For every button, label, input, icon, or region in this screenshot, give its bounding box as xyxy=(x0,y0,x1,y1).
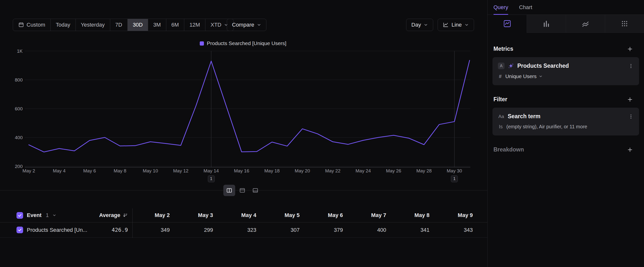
chart-type-button[interactable]: Line xyxy=(438,19,474,31)
row-event-name: Products Searched [Un... xyxy=(27,227,87,233)
table-row[interactable]: Products Searched [Un...426.934929932330… xyxy=(0,222,487,238)
annotation-badge[interactable]: 1 xyxy=(208,175,215,182)
sort-icon[interactable] xyxy=(122,212,128,218)
table-day-header[interactable]: May 5 xyxy=(262,212,306,218)
y-axis-label: 400 xyxy=(15,135,23,140)
split-vertical-view-button[interactable] xyxy=(223,185,235,196)
event-count: 1 xyxy=(46,212,49,218)
chart-type-label: Line xyxy=(452,22,462,28)
filter-menu-icon[interactable] xyxy=(628,114,634,119)
chevron-down-icon[interactable] xyxy=(52,213,56,217)
row-day-value: 400 xyxy=(349,227,392,233)
filter-heading-row: Filter xyxy=(488,96,644,103)
bar-chart-tab[interactable] xyxy=(527,15,566,33)
row-checkbox[interactable] xyxy=(16,227,23,233)
table-day-header[interactable]: May 4 xyxy=(219,212,262,218)
legend-swatch xyxy=(200,41,204,46)
split-horizontal-view-button[interactable] xyxy=(236,185,248,196)
breakdown-heading-row: Breakdown xyxy=(488,146,644,153)
row-average-value: 426.9 xyxy=(112,227,128,233)
filter-property-name[interactable]: Search term xyxy=(508,113,540,120)
granularity-button[interactable]: Day xyxy=(406,19,433,31)
row-day-value: 299 xyxy=(176,227,219,233)
x-axis-label: May 28 xyxy=(416,168,432,173)
filter-type-badge: Aa xyxy=(498,114,504,119)
metric-name[interactable]: Products Searched xyxy=(517,63,569,69)
table-day-header[interactable]: May 7 xyxy=(349,212,392,218)
x-axis-label: May 14 xyxy=(204,168,219,173)
calendar-icon xyxy=(18,22,24,28)
x-axis-label: May 4 xyxy=(53,168,66,173)
tab-query-label: Query xyxy=(494,4,508,11)
add-filter-button[interactable] xyxy=(627,96,633,103)
chart-canvas: 2004006008001KMay 2May 4May 6May 8May 10… xyxy=(14,47,472,185)
line-chart[interactable]: 2004006008001KMay 2May 4May 6May 8May 10… xyxy=(14,47,472,185)
compare-label: Compare xyxy=(232,22,254,28)
metric-card[interactable]: A Products Searched # Unique Users xyxy=(492,57,639,85)
table-header-row: Event 1 Average May 2May 3May 4May 5May … xyxy=(0,208,487,222)
tab-query[interactable]: Query xyxy=(494,0,508,15)
table-day-header[interactable]: May 8 xyxy=(392,212,436,218)
date-range-custom[interactable]: Custom xyxy=(13,19,50,31)
tab-chart-label: Chart xyxy=(519,4,532,11)
x-axis-label: May 12 xyxy=(173,168,188,173)
metrics-heading-row: Metrics xyxy=(488,46,644,52)
metric-tab[interactable] xyxy=(605,15,644,33)
annotation-badge[interactable]: 1 xyxy=(451,175,458,182)
breakdown-heading: Breakdown xyxy=(494,146,524,153)
table-day-header[interactable]: May 2 xyxy=(132,212,176,218)
x-axis-label: May 2 xyxy=(22,168,35,173)
line-chart-tab[interactable] xyxy=(488,15,527,33)
date-range-3m[interactable]: 3M xyxy=(148,19,166,31)
add-breakdown-button[interactable] xyxy=(627,147,633,153)
add-metric-button[interactable] xyxy=(627,46,633,52)
date-range-yesterday[interactable]: Yesterday xyxy=(76,19,110,31)
event-header-cell: Event 1 xyxy=(0,212,94,219)
x-axis-label: May 30 xyxy=(447,168,462,173)
aggregation-label: Unique Users xyxy=(505,73,536,79)
metric-menu-icon[interactable] xyxy=(628,63,634,69)
stacked-chart-tab[interactable] xyxy=(566,15,605,33)
x-axis-label: May 22 xyxy=(325,168,340,173)
aggregation-selector[interactable]: Unique Users xyxy=(505,73,543,79)
event-header-label: Event xyxy=(27,212,42,218)
date-range-12m[interactable]: 12M xyxy=(184,19,205,31)
chart-legend[interactable]: Products Searched [Unique Users] xyxy=(14,40,472,46)
query-sidebar: Query Chart Metrics A Pr xyxy=(487,0,644,267)
date-range-today[interactable]: Today xyxy=(50,19,76,31)
day-header-group: May 2May 3May 4May 5May 6May 7May 8May 9 xyxy=(132,212,479,218)
legend-label: Products Searched [Unique Users] xyxy=(207,40,286,46)
date-range-30d[interactable]: 30D xyxy=(128,19,148,31)
chart-type-tabs xyxy=(488,15,644,33)
x-axis-label: May 18 xyxy=(264,168,280,173)
date-range-6m[interactable]: 6M xyxy=(166,19,184,31)
table-day-header[interactable]: May 9 xyxy=(436,212,479,218)
date-range-7d[interactable]: 7D xyxy=(110,19,128,31)
line-chart-icon xyxy=(443,22,449,28)
full-view-button[interactable] xyxy=(250,185,261,196)
average-header-label: Average xyxy=(99,212,120,218)
tab-chart[interactable]: Chart xyxy=(519,0,532,15)
sidebar-tabs: Query Chart xyxy=(488,0,644,15)
x-axis-label: May 8 xyxy=(114,168,126,173)
table-day-header[interactable]: May 6 xyxy=(306,212,349,218)
average-header-cell[interactable]: Average xyxy=(94,212,132,218)
x-axis-label: May 6 xyxy=(83,168,96,173)
chevron-down-icon xyxy=(539,74,543,78)
filter-card[interactable]: Aa Search term Is (empty string), Air pu… xyxy=(492,108,639,135)
x-axis-label: May 20 xyxy=(295,168,310,173)
filter-operator[interactable]: Is xyxy=(499,124,503,130)
x-axis-label: May 26 xyxy=(386,168,401,173)
select-all-checkbox[interactable] xyxy=(16,212,23,219)
metrics-heading: Metrics xyxy=(494,46,514,52)
y-axis-label: 1K xyxy=(17,49,23,54)
date-range-control: CustomTodayYesterday7D30D3M6M12MXTD xyxy=(13,19,234,31)
row-day-value: 323 xyxy=(219,227,262,233)
filter-value[interactable]: (empty string), Air purifier, or 11 more xyxy=(506,124,588,130)
table-day-header[interactable]: May 3 xyxy=(176,212,219,218)
chevron-down-icon xyxy=(424,23,428,27)
table-column-separator xyxy=(132,208,132,238)
row-day-value: 343 xyxy=(436,227,479,233)
table-body: Products Searched [Un...426.934929932330… xyxy=(0,222,487,238)
compare-button[interactable]: Compare xyxy=(227,19,266,31)
